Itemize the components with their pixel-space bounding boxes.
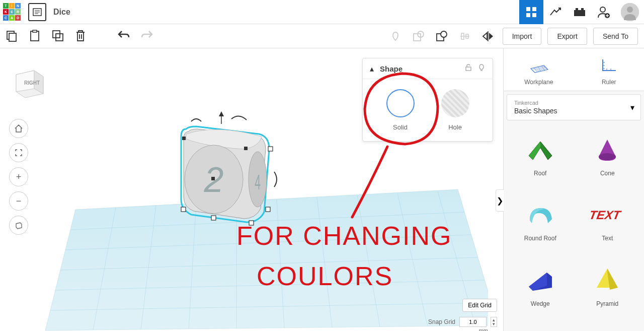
undo-icon[interactable] <box>117 29 131 43</box>
shape-panel-title: Shape <box>380 64 459 73</box>
delete-icon[interactable] <box>74 29 89 43</box>
lego-mode-icon[interactable] <box>568 0 592 24</box>
svg-line-71 <box>535 68 546 70</box>
snap-grid-input[interactable] <box>459 317 487 327</box>
svg-rect-19 <box>31 31 39 41</box>
svg-text:4: 4 <box>255 170 261 194</box>
home-view-icon[interactable] <box>9 119 28 138</box>
shapes-library-dropdown[interactable]: Tinkercad Basic Shapes ▾ <box>507 94 641 120</box>
export-button[interactable]: Export <box>547 28 587 45</box>
copy-icon[interactable] <box>5 29 19 43</box>
invite-user-icon[interactable] <box>592 0 616 24</box>
send-to-button[interactable]: Send To <box>593 28 638 45</box>
svg-rect-61 <box>211 177 215 180</box>
shape-cone[interactable]: Cone <box>574 126 641 191</box>
svg-rect-10 <box>581 8 584 11</box>
shape-text[interactable]: TEXT Text <box>574 191 641 256</box>
zoom-in-icon[interactable]: + <box>9 167 28 186</box>
paste-icon[interactable] <box>28 29 42 43</box>
import-button[interactable]: Import <box>503 28 542 45</box>
collapse-sidebar-icon[interactable]: ❯ <box>496 189 504 212</box>
svg-rect-20 <box>33 30 37 32</box>
fit-view-icon[interactable] <box>9 143 28 162</box>
duplicate-icon[interactable] <box>51 29 65 43</box>
shape-wedge[interactable]: Wedge <box>507 257 574 322</box>
redo-icon[interactable] <box>140 29 154 43</box>
perspective-icon[interactable] <box>9 216 28 235</box>
tinkercad-logo[interactable]: T I N K E R C A D <box>0 0 24 24</box>
lock-icon[interactable] <box>464 63 472 74</box>
blocks-mode-icon[interactable] <box>543 0 568 24</box>
svg-point-26 <box>441 31 447 37</box>
chevron-down-icon: ▾ <box>630 103 634 112</box>
shape-round-roof[interactable]: Round Roof <box>507 191 574 256</box>
svg-rect-54 <box>181 207 186 212</box>
svg-rect-60 <box>244 147 248 150</box>
svg-point-11 <box>600 7 605 12</box>
svg-point-16 <box>627 7 633 13</box>
svg-rect-21 <box>53 31 60 38</box>
solid-option[interactable]: Solid <box>386 89 415 131</box>
svg-rect-7 <box>532 13 536 17</box>
dice-object[interactable]: 2 4 <box>161 109 287 240</box>
collapse-up-icon[interactable]: ▴ <box>370 64 374 74</box>
svg-rect-18 <box>9 33 16 41</box>
svg-rect-5 <box>532 7 536 11</box>
ungroup-icon[interactable] <box>433 28 450 45</box>
svg-point-83 <box>599 153 616 160</box>
svg-rect-56 <box>249 221 254 225</box>
snap-grid-label: Snap Grid <box>428 318 455 325</box>
show-all-icon[interactable] <box>387 28 404 45</box>
hole-option[interactable]: Hole <box>441 89 469 131</box>
svg-rect-9 <box>576 8 578 11</box>
shapes-grid[interactable]: Roof Cone Round Roof TEXT Text Wedge Pyr… <box>504 123 644 325</box>
svg-rect-22 <box>56 34 63 41</box>
svg-rect-4 <box>526 7 530 11</box>
svg-rect-55 <box>211 216 216 220</box>
svg-marker-67 <box>16 223 22 229</box>
shape-panel: ▴ Shape Solid Hole <box>362 58 493 142</box>
solid-label: Solid <box>386 123 415 131</box>
svg-rect-8 <box>574 10 585 16</box>
group-icon[interactable] <box>410 28 427 45</box>
view-cube[interactable]: RIGHT <box>10 63 48 102</box>
svg-rect-58 <box>268 147 273 151</box>
lightbulb-icon[interactable] <box>477 63 486 74</box>
edit-grid-button[interactable]: Edit Grid <box>462 299 497 312</box>
user-avatar[interactable] <box>621 3 639 21</box>
design-name[interactable]: Dice <box>53 8 70 17</box>
svg-text:TEXT: TEXT <box>589 208 622 222</box>
zoom-out-icon[interactable]: − <box>9 191 28 211</box>
bricks-mode-icon[interactable] <box>519 0 543 24</box>
align-icon[interactable] <box>456 28 473 45</box>
snap-grid-unit: mm <box>479 327 488 331</box>
svg-rect-57 <box>266 207 270 212</box>
solid-color-swatch[interactable] <box>386 89 415 117</box>
workplane-tool[interactable]: Workplane <box>504 48 574 91</box>
svg-rect-59 <box>182 137 186 140</box>
svg-rect-6 <box>526 13 530 17</box>
mirror-icon[interactable] <box>479 28 497 45</box>
shape-pyramid[interactable]: Pyramid <box>574 257 641 322</box>
design-properties-icon[interactable] <box>28 3 46 21</box>
svg-text:RIGHT: RIGHT <box>24 80 40 86</box>
shape-roof[interactable]: Roof <box>507 126 574 191</box>
ruler-tool[interactable]: Ruler <box>574 48 645 91</box>
snap-grid-up-down-icon[interactable]: ▴▾ <box>491 317 497 327</box>
svg-rect-68 <box>466 67 471 71</box>
hole-label: Hole <box>441 123 469 131</box>
